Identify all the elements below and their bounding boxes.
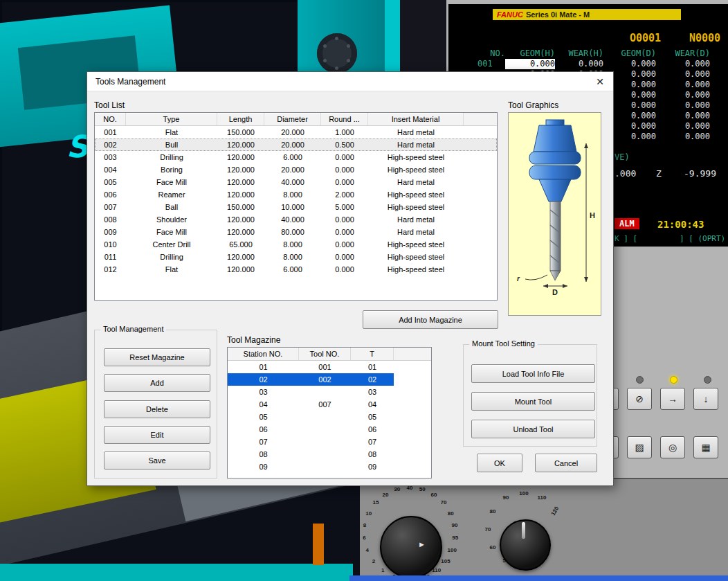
offset-row: 001 0.000 0.000 0.000 0.000 [471,59,713,69]
dial-scale-label: 120 [550,506,560,517]
panel-key-button[interactable]: → [660,388,685,410]
tool-list-row[interactable]: 009 Face Mill 120.000 80.000 0.000 Hard … [95,226,497,238]
fanuc-logo: FANUC [497,10,523,19]
add-into-magazine-button[interactable]: Add Into Magazine [363,310,498,329]
tool-graphics-label: Tool Graphics [508,100,558,110]
tool-magazine-table: Station NO.Tool NO.T 01 001 01 02 002 02 [227,347,432,479]
tool-magazine-row[interactable]: 08 08 [228,448,431,461]
tool-list-body: 001 Flat 150.000 20.000 1.000 Hard metal… [95,126,497,276]
alarm-badge: ALM [615,218,639,229]
tool-magazine-row[interactable]: 07 07 [228,436,431,448]
tool-list-row[interactable]: 012 Flat 120.000 6.000 0.000 High-speed … [95,263,497,276]
tool-list-row[interactable]: 007 Ball 150.000 10.000 5.000 High-speed… [95,201,497,213]
dim-d-label: D [552,288,558,296]
column-header[interactable]: T [351,348,394,360]
edit-button[interactable]: Edit [104,426,210,444]
machine-lever-3d [313,524,324,565]
tool-list-row[interactable]: 010 Center Drill 65.000 8.000 0.000 High… [95,238,497,251]
panel-key-button[interactable]: ◎ [660,436,685,458]
tool-magazine-row[interactable]: 05 05 [228,411,431,423]
position-label-fragment: VE) [615,152,630,162]
tool-list-row[interactable]: 005 Face Mill 120.000 40.000 0.000 Hard … [95,176,497,188]
panel-key-icon: ▨ [635,442,644,453]
column-header[interactable]: Tool NO. [299,348,351,360]
cancel-button[interactable]: Cancel [535,454,597,472]
dial-scale-label: 60 [490,544,496,551]
reset-magazine-button[interactable]: Reset Magazine [104,348,210,366]
dial-scale-label: 4 [366,547,369,553]
feed-knob-pointer: ► [418,540,426,548]
dial-scale-label: 1 [381,567,384,573]
close-icon[interactable]: ✕ [588,72,612,91]
z-axis-value: -9.999 [684,168,716,179]
tool-magazine-row[interactable]: 02 002 02 [228,373,431,386]
tool-magazine-row[interactable]: 01 001 01 [228,361,431,373]
panel-key-icon: ⊘ [635,393,644,404]
mount-tool-setting-group-label: Mount Tool Setting [469,339,538,348]
tool-list-row[interactable]: 006 Reamer 120.000 8.000 2.000 High-spee… [95,188,497,201]
panel-key-button[interactable]: ⊘ [627,388,652,410]
dial-scale-label: 95 [452,535,458,541]
program-number: O0001 [630,32,661,44]
load-tool-info-file-button[interactable]: Load Tool Info File [471,364,595,383]
column-header[interactable]: Length [217,113,264,125]
save-button[interactable]: Save [104,452,210,470]
window-border-bottom [349,575,728,581]
screen-root: S FANUC Series 0i Mate - M O0001 N0000 N… [0,0,728,581]
offset-header-cell: NO. [471,48,505,59]
tool-magazine-header: Station NO.Tool NO.T [228,348,431,361]
tool-list-row[interactable]: 004 Boring 120.000 20.000 0.000 High-spe… [95,163,497,176]
dial-scale-label: 105 [441,558,450,564]
tool-magazine-label: Tool Magazine [227,335,280,345]
tool-list-label: Tool List [94,100,125,110]
tool-graphic-drawing: H r D [509,113,602,316]
spindle-override-knob[interactable] [500,519,551,571]
tool-list-row[interactable]: 002 Bull 120.000 20.000 0.500 Hard metal [95,138,497,151]
tool-magazine-body: 01 001 01 02 002 02 03 [228,361,431,473]
panel-key-button[interactable]: ↓ [693,388,718,410]
offset-table-header: NO.GEOM(H)WEAR(H)GEOM(D)WEAR(D) [471,48,713,59]
dial-scale-label: 100 [448,547,457,553]
tools-management-dialog: Tools Management ✕ Tool List NO.TypeLeng… [87,71,614,486]
dial-scale-label: 50 [419,486,426,492]
unload-tool-button[interactable]: Unload Tool [471,420,595,438]
panel-key-icon: ↓ [704,393,709,404]
column-header[interactable]: Insert Material [368,113,464,125]
tool-list-table: NO.TypeLengthDiameterRound ...Insert Mat… [94,112,498,301]
tool-magazine-row[interactable]: 06 06 [228,423,431,436]
softkey-status-right: ] [ (OPRT) [680,234,725,243]
column-header[interactable]: Station NO. [228,348,299,360]
delete-button[interactable]: Delete [104,400,210,418]
indicator-led [670,376,677,384]
dim-r-label: r [517,275,520,283]
z-axis-label: Z [656,168,662,179]
ok-button[interactable]: OK [477,454,522,472]
panel-key-button[interactable]: ▨ [627,436,652,458]
feed-override-knob[interactable] [380,516,442,578]
tool-list-row[interactable]: 008 Shoulder 120.000 40.000 0.000 Hard m… [95,213,497,226]
tool-list-row[interactable]: 003 Drilling 120.000 6.000 0.000 High-sp… [95,151,497,163]
tool-list-row[interactable]: 001 Flat 150.000 20.000 1.000 Hard metal [95,126,497,138]
column-header[interactable]: Type [126,113,217,125]
column-header[interactable]: NO. [95,113,126,125]
dial-scale-label: 110 [538,494,547,501]
panel-key-icon: ▦ [701,442,710,453]
offset-header-cell: WEAR(D) [656,48,710,59]
panel-key-button[interactable]: ▦ [693,436,718,458]
tool-graphics-panel: H r D [508,112,601,316]
column-header[interactable]: Round ... [321,113,368,125]
tool-management-group-label: Tool Management [100,325,166,333]
tool-magazine-row[interactable]: 04 007 04 [228,398,431,411]
tool-magazine-row[interactable]: 03 03 [228,386,431,398]
tool-list-header: NO.TypeLengthDiameterRound ...Insert Mat… [95,113,497,126]
cnc-model-label: Series 0i Mate - M [526,10,590,19]
tool-list-row[interactable]: 011 Drilling 120.000 8.000 0.000 High-sp… [95,251,497,263]
mount-tool-button[interactable]: Mount Tool [471,392,595,411]
add-button[interactable]: Add [104,374,210,392]
cnc-brand-bar: FANUC Series 0i Mate - M [493,9,681,20]
column-header[interactable]: Diameter [264,113,321,125]
dial-scale-label: 30 [394,486,400,492]
softkey-status-left: K ] [ [615,234,637,243]
tool-magazine-row[interactable]: 09 09 [228,461,431,473]
dialog-title: Tools Management [95,77,165,87]
